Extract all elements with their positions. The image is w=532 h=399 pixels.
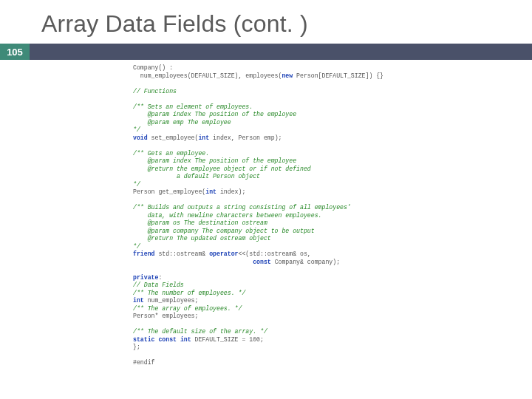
code-text: Person[DEFAULT_SIZE]) {}	[293, 72, 383, 79]
keyword-private: private	[133, 274, 158, 281]
code-text: set_employee(	[148, 134, 199, 141]
code-text: DEFAULT_SIZE = 100;	[191, 336, 264, 343]
comment: @return The updated ostream object	[133, 235, 271, 242]
code-line: };	[133, 344, 140, 350]
comment: a default Person object	[133, 173, 260, 180]
comment: @param index The position of the employe…	[133, 111, 296, 117]
comment: /** Builds and outputs a string consisti…	[133, 204, 351, 211]
comment: // Functions	[133, 88, 177, 95]
code-block: Company() : num_employees(DEFAULT_SIZE),…	[0, 60, 532, 367]
comment: */	[133, 181, 140, 188]
code-text: num_employees;	[144, 297, 199, 304]
keyword-new: new	[282, 72, 293, 79]
code-line: Person* employees;	[133, 313, 198, 319]
comment: @param os The destination ostream	[133, 219, 267, 226]
comment: /** The array of employees. */	[133, 305, 242, 312]
code-text: std::ostream&	[154, 250, 209, 257]
comment: // Data Fields	[133, 282, 184, 288]
keyword-static: static	[133, 336, 154, 343]
comment: /** The default size of the array. */	[133, 328, 267, 335]
code-text: <<(std::ostream& os,	[239, 250, 311, 257]
code-line: #endif	[133, 359, 154, 366]
keyword-const: const	[154, 336, 176, 343]
keyword-friend: friend	[133, 250, 154, 257]
comment: /** The number of employees. */	[133, 290, 245, 296]
header-bar: 105	[0, 44, 532, 60]
comment: */	[133, 243, 140, 250]
keyword-int: int	[177, 336, 191, 343]
slide: Array Data Fields (cont. ) 105 Company()…	[0, 0, 532, 399]
comment: @return the employee object or if not de…	[133, 166, 311, 172]
keyword-operator: operator	[209, 250, 238, 257]
keyword-int: int	[198, 134, 209, 141]
keyword-const: const	[133, 259, 271, 265]
code-text: index);	[216, 188, 245, 195]
keyword-int: int	[133, 297, 144, 304]
comment: data, with newline characters between em…	[133, 212, 322, 219]
code-text: Company& company);	[271, 259, 340, 265]
comment: @param emp The employee	[133, 119, 231, 126]
page-title: Array Data Fields (cont. )	[41, 10, 532, 38]
comment: @param company The company object to be …	[133, 228, 315, 234]
code-line: Person get_employee(	[133, 188, 205, 195]
page-number-badge: 105	[0, 44, 30, 60]
comment: /** Gets an employee.	[133, 150, 209, 157]
comment: @param index The position of the employe…	[133, 157, 296, 164]
code-line: Company() :	[133, 64, 173, 71]
code-text: index, Person emp);	[209, 134, 282, 141]
keyword-int: int	[205, 188, 216, 195]
accent-bar	[30, 44, 532, 60]
code-line: num_employees(DEFAULT_SIZE), employees(	[133, 72, 282, 79]
comment: /** Sets an element of employees.	[133, 103, 253, 110]
code-text: :	[158, 274, 162, 281]
title-area: Array Data Fields (cont. )	[0, 0, 532, 44]
keyword-void: void	[133, 134, 148, 141]
comment: */	[133, 126, 140, 133]
